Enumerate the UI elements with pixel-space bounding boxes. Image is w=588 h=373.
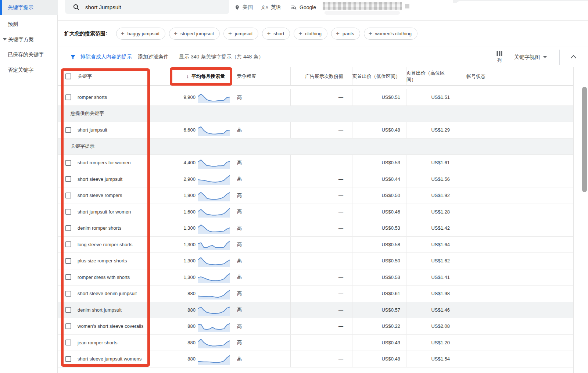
row-checkbox[interactable] bbox=[65, 356, 71, 362]
header-avg-monthly-searches-label: 平均每月搜索量 bbox=[191, 73, 225, 80]
row-checkbox[interactable] bbox=[65, 176, 71, 182]
row-checkbox[interactable] bbox=[65, 94, 71, 100]
table-row[interactable]: short sleeve denim jumpsuit880高—US$0.61U… bbox=[58, 286, 573, 302]
table-body: romper shorts9,900高—US$0.51US$1.51您提供的关键… bbox=[58, 86, 573, 367]
avg-monthly-searches-value: 880 bbox=[187, 340, 196, 345]
result-summary: 显示 340 条关键字提示（共 448 条） bbox=[179, 54, 263, 60]
broaden-chip[interactable]: +clothing bbox=[294, 28, 327, 40]
chevron-down-icon[interactable] bbox=[3, 38, 7, 40]
competition-value: 高 bbox=[237, 274, 242, 280]
row-checkbox[interactable] bbox=[65, 258, 71, 264]
top-bid-high-value: US$1.64 bbox=[431, 242, 450, 247]
table-row[interactable]: short jumpsuit6,600高—US$0.48US$1.29 bbox=[58, 122, 573, 139]
top-bid-high-value: US$1.56 bbox=[431, 176, 450, 182]
avg-monthly-searches-value: 1,300 bbox=[183, 258, 196, 263]
table-row[interactable]: short sleeve jumpsuit womens880高—US$0.48… bbox=[58, 351, 573, 367]
search-input[interactable]: short Jumpsuit bbox=[65, 0, 229, 14]
collapse-chevron-up[interactable] bbox=[571, 55, 577, 61]
broaden-chip[interactable]: +short bbox=[262, 28, 290, 40]
header-top-bid-high[interactable]: 页首出价（高位区间） bbox=[406, 67, 456, 85]
plus-icon: + bbox=[121, 31, 125, 37]
competition-value: 高 bbox=[237, 192, 242, 199]
location-selector[interactable]: 美国 bbox=[234, 3, 253, 12]
language-selector[interactable]: 文A 英语 bbox=[261, 3, 281, 12]
top-bid-high-value: US$1.29 bbox=[431, 127, 450, 133]
broaden-chip[interactable]: +pants bbox=[331, 28, 360, 40]
row-checkbox[interactable] bbox=[65, 323, 71, 329]
page-corner-card bbox=[456, 1, 588, 6]
network-selector[interactable]: Google bbox=[291, 3, 316, 12]
header-account-status[interactable]: 帐号状态 bbox=[456, 67, 573, 85]
view-selector-dropdown[interactable]: 关键字视图 bbox=[514, 54, 547, 61]
competition-value: 高 bbox=[237, 127, 242, 133]
sidebar-item-negative-keywords[interactable]: 否定关键字 bbox=[8, 67, 33, 73]
filter-funnel-icon bbox=[70, 54, 76, 60]
account-status-cell bbox=[456, 204, 573, 220]
table-row[interactable]: long sleeve romper shorts1,300高—US$0.58U… bbox=[58, 237, 573, 253]
broaden-chip[interactable]: +baggy jumpsuit bbox=[116, 28, 165, 40]
ad-impression-share-value: — bbox=[338, 193, 343, 198]
table-row[interactable]: plus size romper shorts1,300高—US$0.50US$… bbox=[58, 253, 573, 269]
competition-value: 高 bbox=[237, 306, 242, 313]
add-filter-button[interactable]: 添加过滤条件 bbox=[138, 54, 169, 60]
competition-value: 高 bbox=[237, 323, 242, 330]
table-row[interactable]: denim romper shorts1,300高—US$0.53US$1.42 bbox=[58, 220, 573, 237]
sidebar-item-saved-keywords[interactable]: 已保存的关键字 bbox=[8, 51, 44, 58]
table-row[interactable]: denim short jumpsuit880高—US$0.57US$1.46 bbox=[58, 302, 573, 319]
row-checkbox[interactable] bbox=[65, 160, 71, 166]
ad-impression-share-value: — bbox=[338, 94, 343, 100]
sidebar-item-forecast[interactable]: 预测 bbox=[8, 21, 18, 28]
table-row[interactable]: romper shorts9,900高—US$0.51US$1.51 bbox=[58, 89, 573, 106]
vertical-scrollbar[interactable] bbox=[582, 87, 587, 192]
table-row[interactable]: short sleeve jumpsuit2,900高—US$0.44US$1.… bbox=[58, 171, 573, 188]
search-trend-sparkline bbox=[198, 238, 230, 250]
ad-impression-share-value: — bbox=[338, 323, 343, 329]
table-row[interactable]: jean romper shorts880高—US$0.49US$1.20 bbox=[58, 335, 573, 351]
row-checkbox[interactable] bbox=[65, 193, 71, 198]
avg-monthly-searches-value: 1,300 bbox=[183, 225, 196, 231]
row-checkbox[interactable] bbox=[65, 291, 71, 297]
exclude-adult-filter-link[interactable]: 排除含成人内容的提示 bbox=[80, 54, 132, 60]
table-row[interactable]: short rompers for women4,400高—US$0.53US$… bbox=[58, 155, 573, 171]
columns-button[interactable]: 列 bbox=[496, 51, 502, 64]
top-bid-high-value: US$1.41 bbox=[431, 275, 450, 280]
row-checkbox[interactable] bbox=[65, 241, 71, 247]
top-bid-low-value: US$0.53 bbox=[381, 275, 400, 280]
account-status-cell bbox=[456, 171, 573, 187]
top-bid-low-value: US$0.50 bbox=[381, 193, 400, 198]
top-bid-low-value: US$0.50 bbox=[381, 258, 400, 263]
header-avg-monthly-searches[interactable]: ↓ 平均每月搜索量 bbox=[186, 67, 231, 85]
broaden-chip[interactable]: +jumpsuit bbox=[223, 28, 258, 40]
search-network-icon bbox=[291, 4, 297, 11]
row-checkbox[interactable] bbox=[65, 340, 71, 345]
row-checkbox[interactable] bbox=[65, 127, 71, 133]
row-checkbox[interactable] bbox=[65, 274, 71, 280]
search-value: short Jumpsuit bbox=[85, 4, 121, 10]
avg-monthly-searches-value: 880 bbox=[187, 291, 196, 296]
keyword-text: plus size romper shorts bbox=[78, 258, 127, 263]
search-trend-sparkline bbox=[198, 124, 230, 136]
section-header: 关键字提示 bbox=[58, 139, 573, 155]
row-checkbox[interactable] bbox=[65, 209, 71, 215]
account-status-cell bbox=[456, 318, 573, 334]
table-row[interactable]: short sleeve rompers1,900高—US$0.50US$1.9… bbox=[58, 187, 573, 204]
header-ad-impression-share[interactable]: 广告展示次数份额 bbox=[290, 67, 352, 85]
header-competition[interactable]: 竞争程度 bbox=[231, 67, 290, 85]
header-top-bid-low[interactable]: 页首出价（低位区间） bbox=[352, 67, 406, 85]
header-ad-impression-share-label: 广告展示次数份额 bbox=[305, 73, 343, 80]
sidebar-item-keyword-plans[interactable]: 关键字方案 bbox=[8, 36, 34, 43]
table-row[interactable]: short jumpsuit for women1,600高—US$0.46US… bbox=[58, 204, 573, 220]
sidebar-item-keyword-ideas[interactable]: 关键字提示 bbox=[0, 0, 58, 15]
row-checkbox[interactable] bbox=[65, 307, 71, 313]
row-checkbox[interactable] bbox=[65, 225, 71, 231]
competition-value: 高 bbox=[237, 290, 242, 297]
select-all-checkbox[interactable] bbox=[65, 73, 71, 79]
broaden-chip[interactable]: +women's clothing bbox=[364, 28, 417, 40]
broaden-label: 扩大您的搜索范围: bbox=[64, 31, 107, 37]
plus-icon: + bbox=[228, 31, 232, 37]
table-row[interactable]: women's short sleeve coveralls880高—US$0.… bbox=[58, 318, 573, 335]
broaden-chip[interactable]: +striped jumpsuit bbox=[169, 28, 220, 40]
avg-monthly-searches-value: 1,600 bbox=[183, 209, 196, 215]
top-bid-low-value: US$0.44 bbox=[381, 176, 400, 182]
table-row[interactable]: romper dress with shorts1,300高—US$0.53US… bbox=[58, 269, 573, 286]
